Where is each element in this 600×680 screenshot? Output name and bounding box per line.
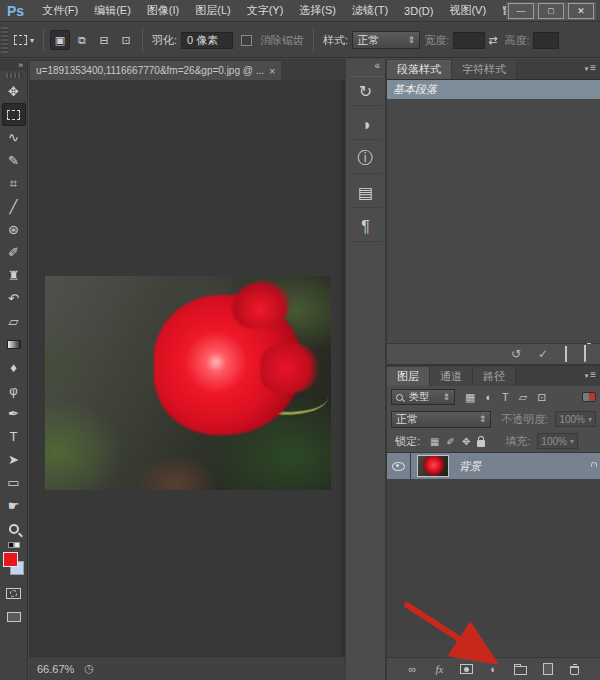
menu-3d[interactable]: 3D(D) (396, 5, 441, 17)
maximize-button[interactable]: □ (538, 3, 564, 19)
filter-smart-objects-icon[interactable]: ⊡ (537, 391, 546, 404)
adjustments-panel-icon[interactable]: ◑ (349, 110, 383, 140)
tool-preset-picker[interactable]: ▾ (10, 35, 38, 45)
filter-type-layers-icon[interactable]: T (502, 391, 509, 404)
panel-menu-icon[interactable]: ≡ (585, 369, 596, 380)
new-layer-button[interactable] (541, 663, 555, 675)
dodge-tool[interactable]: φ (2, 379, 26, 402)
subtract-from-selection-button[interactable]: ⊟ (94, 30, 114, 50)
path-selection-tool[interactable]: ➤ (2, 448, 26, 471)
new-selection-button[interactable]: ▣ (50, 30, 70, 50)
blur-tool[interactable]: ♦ (2, 356, 26, 379)
new-style-button[interactable] (565, 348, 567, 360)
menu-type[interactable]: 文字(Y) (239, 3, 292, 18)
shape-tool[interactable]: ▭ (2, 471, 26, 494)
lock-pixels-icon[interactable]: ✐ (447, 436, 455, 447)
quick-mask-button[interactable] (2, 582, 26, 605)
antialias-checkbox[interactable] (241, 35, 252, 46)
tab-paragraph-styles[interactable]: 段落样式 (387, 60, 452, 79)
rectangular-marquee-tool[interactable] (2, 103, 26, 126)
feather-input[interactable]: 0 像素 (181, 32, 233, 49)
new-adjustment-layer-button[interactable]: ◐ (487, 663, 501, 675)
foreground-color-swatch[interactable] (3, 552, 18, 567)
gradient-tool[interactable] (2, 333, 26, 356)
crop-tool[interactable]: ⌗ (2, 172, 26, 195)
move-tool[interactable]: ✥ (2, 80, 26, 103)
close-button[interactable]: ✕ (568, 3, 594, 19)
layer-name[interactable]: 背景 (459, 459, 481, 474)
spot-healing-brush-tool[interactable]: ⊛ (2, 218, 26, 241)
filter-shape-layers-icon[interactable]: ▱ (519, 391, 527, 404)
new-group-button[interactable] (514, 663, 528, 675)
screen-mode-button[interactable] (2, 605, 26, 628)
filter-adjustment-layers-icon[interactable]: ◐ (485, 391, 492, 404)
default-colors-icon[interactable] (8, 542, 20, 548)
document-tab[interactable]: u=1891353400,1116667770&fm=26&gp=0.jpg @… (29, 60, 282, 80)
zoom-tool[interactable] (2, 517, 26, 540)
fill-field[interactable]: 100% ▾ (537, 433, 578, 449)
tab-paths[interactable]: 路径 (473, 367, 516, 386)
info-panel-icon[interactable]: ⓘ (349, 144, 383, 174)
menu-filter[interactable]: 滤镜(T) (344, 3, 396, 18)
lock-transparency-icon[interactable]: ▦ (430, 436, 439, 447)
eraser-tool[interactable]: ▱ (2, 310, 26, 333)
layer-style-button[interactable]: fx (433, 663, 447, 675)
tab-channels[interactable]: 通道 (430, 367, 473, 386)
tab-layers[interactable]: 图层 (387, 367, 430, 386)
menu-view[interactable]: 视图(V) (441, 3, 494, 18)
menu-image[interactable]: 图像(I) (139, 3, 187, 18)
swatches-panel-icon[interactable]: ▤ (349, 178, 383, 208)
rose-photo[interactable] (45, 276, 331, 490)
delete-layer-button[interactable] (568, 664, 582, 675)
lasso-tool[interactable]: ∿ (2, 126, 26, 149)
brush-tool[interactable]: ✐ (2, 241, 26, 264)
clear-override-button[interactable]: ↺ (511, 348, 521, 360)
filter-kind-dropdown[interactable]: 类型 ⇕ (391, 389, 455, 405)
style-dropdown[interactable]: 正常 ⇕ (352, 31, 420, 49)
clone-stamp-tool[interactable]: ♜ (2, 264, 26, 287)
table-row[interactable]: 背景 (387, 453, 600, 479)
blend-mode-dropdown[interactable]: 正常 ⇕ (391, 411, 491, 428)
opacity-field[interactable]: 100% ▾ (555, 411, 596, 427)
lock-all-icon[interactable] (477, 440, 485, 447)
add-to-selection-button[interactable]: ⧉ (72, 30, 92, 50)
updown-caret-icon: ⇕ (479, 414, 487, 424)
expand-dock-button[interactable]: « (346, 59, 385, 72)
quick-selection-tool[interactable]: ✎ (2, 149, 26, 172)
collapse-toolbar-button[interactable]: » (0, 59, 27, 71)
add-layer-mask-button[interactable] (460, 664, 474, 674)
history-panel-icon[interactable]: ↻ (349, 76, 383, 106)
lock-position-icon[interactable]: ✥ (462, 436, 470, 447)
paragraph-styles-panel-icon[interactable]: ¶ (349, 212, 383, 242)
type-tool[interactable]: T (2, 425, 26, 448)
layer-thumbnail[interactable] (417, 455, 449, 477)
menu-file[interactable]: 文件(F) (34, 3, 86, 18)
menu-layer[interactable]: 图层(L) (187, 3, 238, 18)
history-brush-tool[interactable]: ↶ (2, 287, 26, 310)
zoom-level[interactable]: 66.67% (37, 663, 74, 675)
swap-dimensions-icon[interactable]: ⇄ (488, 34, 497, 47)
visibility-cell[interactable] (387, 453, 411, 479)
layer-filtering-toggle[interactable] (582, 392, 596, 402)
redefine-style-button[interactable]: ✓ (538, 348, 548, 360)
canvas-area[interactable] (29, 80, 345, 656)
tab-character-styles[interactable]: 字符样式 (452, 60, 517, 79)
hand-tool[interactable]: ☛ (2, 494, 26, 517)
pen-tool[interactable]: ✒ (2, 402, 26, 425)
list-item[interactable]: 基本段落 (387, 80, 600, 99)
toolbar-grip[interactable] (6, 73, 22, 78)
intersect-selection-button[interactable]: ⊡ (116, 30, 136, 50)
status-info-icon[interactable]: ◷ (84, 662, 94, 675)
panel-menu-icon[interactable]: ≡ (585, 62, 596, 73)
menu-select[interactable]: 选择(S) (291, 3, 344, 18)
menu-edit[interactable]: 编辑(E) (86, 3, 139, 18)
minimize-button[interactable]: — (508, 3, 534, 19)
width-input[interactable] (453, 32, 485, 49)
options-bar-grip[interactable] (1, 27, 8, 53)
tab-close-icon[interactable]: × (269, 65, 275, 77)
filter-pixel-layers-icon[interactable]: ▦ (465, 391, 475, 404)
height-input[interactable] (533, 32, 559, 49)
eyedropper-tool[interactable]: ╱ (2, 195, 26, 218)
delete-style-button[interactable] (584, 348, 586, 360)
link-layers-button[interactable]: ∞ (406, 663, 420, 675)
